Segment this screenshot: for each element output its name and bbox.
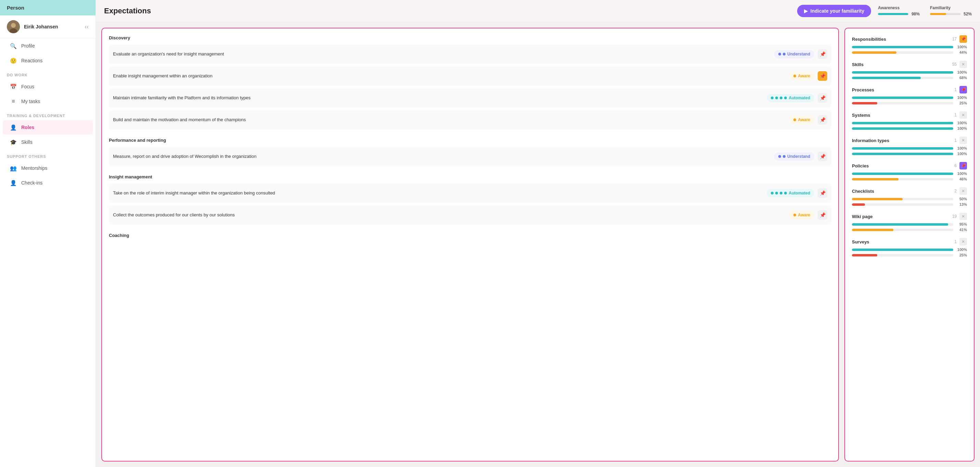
sidebar-header: Person	[0, 0, 95, 16]
pin-button[interactable]: 📌	[818, 93, 827, 103]
resource-pct: 68%	[956, 76, 967, 80]
resource-bars: 100% 46%	[852, 172, 967, 181]
badge-dot	[771, 192, 773, 194]
resource-bar	[852, 173, 953, 175]
resource-count: 6	[954, 163, 957, 168]
sidebar-item-my-tasks[interactable]: ≡ My tasks	[3, 94, 93, 108]
resource-bar	[852, 178, 953, 180]
resource-pin-button[interactable]: 📌	[959, 35, 967, 43]
resource-count: 55	[952, 62, 957, 67]
training-section-label: TRAINING & DEVELOPMENT	[0, 109, 95, 120]
resource-pin-button[interactable]: 📌	[959, 86, 967, 94]
resource-pin-button[interactable]: ✕	[959, 238, 967, 246]
resource-count: 19	[952, 214, 957, 219]
sidebar-item-focus[interactable]: 📅 Focus	[3, 79, 93, 94]
resource-bar-row: 46%	[852, 177, 967, 181]
resource-bar	[852, 229, 953, 231]
sidebar-item-label: Roles	[21, 125, 34, 130]
sidebar-item-mentorships[interactable]: 👥 Mentorships	[3, 161, 93, 175]
resource-bar	[852, 249, 953, 251]
table-row: Build and maintain the motivation and mo…	[109, 110, 831, 129]
resource-bars: 100% 100%	[852, 146, 967, 156]
resource-bar-fill	[852, 122, 953, 124]
pin-button[interactable]: 📌	[818, 115, 827, 125]
expectation-text: Measure, report on and drive adoption of…	[113, 153, 771, 160]
expectation-text: Evaluate an organization's need for insi…	[113, 51, 771, 57]
indicate-familiarity-button[interactable]: ▶ Indicate your familiarity	[797, 5, 871, 17]
familiarity-pct: 52%	[964, 12, 972, 16]
badge-label: Aware	[798, 118, 810, 122]
tasks-icon: ≡	[10, 98, 17, 105]
pin-button[interactable]: 📌	[818, 152, 827, 161]
table-row: Collect the outcomes produced for our cl…	[109, 205, 831, 225]
pin-button[interactable]: 📌	[818, 49, 827, 59]
search-icon: 🔍	[10, 42, 17, 50]
resource-bar-row: 100%	[852, 45, 967, 49]
resource-bars: 100% 100%	[852, 121, 967, 130]
sidebar-item-skills[interactable]: 🎓 Skills	[3, 135, 93, 149]
resource-pct: 100%	[956, 248, 967, 252]
resource-pin-button[interactable]: ✕	[959, 213, 967, 220]
resource-bar-row: 100%	[852, 70, 967, 74]
insight-section: Insight management Take on the role of i…	[109, 174, 831, 225]
checkins-icon: 👤	[10, 179, 17, 187]
resource-bar	[852, 127, 953, 130]
resource-bars: 100% 25%	[852, 95, 967, 105]
sidebar-support: 👥 Mentorships 👤 Check-ins	[0, 160, 95, 191]
automated-badge: Automated	[767, 189, 814, 197]
pin-button[interactable]: 📌	[818, 188, 827, 198]
topbar-metrics: Awareness 98% Familiarity 52%	[878, 5, 972, 16]
resource-bar-fill	[852, 46, 953, 48]
resource-pin-button[interactable]: ✕	[959, 111, 967, 119]
resource-bar-fill	[852, 51, 896, 54]
resource-name: Systems	[852, 113, 950, 118]
awareness-label: Awareness	[878, 5, 920, 10]
main-content: Expectations ▶ Indicate your familiarity…	[96, 0, 980, 467]
resource-pin-button[interactable]: 📌	[959, 162, 967, 170]
expectation-text: Collect the outcomes produced for our cl…	[113, 212, 786, 218]
resource-name: Responsibilities	[852, 37, 948, 42]
resource-row: Responsibilities 17 📌 100% 44%	[852, 35, 967, 54]
resource-bars: 100% 68%	[852, 70, 967, 80]
resources-list: Responsibilities 17 📌 100% 44% Skills	[852, 35, 967, 257]
resource-row: Checklists 2 ✕ 50% 13%	[852, 187, 967, 206]
pin-button[interactable]: 📌	[818, 71, 827, 81]
badge-label: Aware	[798, 74, 810, 78]
sidebar-item-label: Focus	[21, 84, 34, 89]
sidebar-item-profile[interactable]: 🔍 Profile	[3, 39, 93, 53]
sidebar-item-check-ins[interactable]: 👤 Check-ins	[3, 176, 93, 190]
sidebar-item-reactions[interactable]: 🙂 Reactions	[3, 53, 93, 68]
resource-pct: 41%	[956, 228, 967, 232]
sidebar-item-roles[interactable]: 👤 Roles	[3, 120, 93, 135]
resource-row: Processes 1 📌 100% 25%	[852, 86, 967, 105]
resource-row: Surveys 1 ✕ 100% 25%	[852, 238, 967, 257]
resource-pct: 95%	[956, 222, 967, 226]
resource-pct: 46%	[956, 177, 967, 181]
resource-bar-row: 13%	[852, 202, 967, 206]
pin-button[interactable]: 📌	[818, 210, 827, 220]
resource-bar-fill	[852, 77, 921, 79]
resource-bar-fill	[852, 147, 953, 149]
focus-icon: 📅	[10, 83, 17, 91]
resource-bar-fill	[852, 97, 953, 99]
resource-count: 2	[954, 189, 957, 194]
badge-dot	[778, 155, 781, 158]
resource-row: Wiki page 19 ✕ 95% 41%	[852, 213, 967, 232]
discovery-section: Discovery Evaluate an organization's nee…	[109, 35, 831, 129]
awareness-bar-fill	[878, 13, 908, 15]
resource-bar-fill	[852, 198, 903, 200]
resource-pin-button[interactable]: ✕	[959, 187, 967, 195]
resource-pin-button[interactable]: ✕	[959, 60, 967, 68]
table-row: Enable insight management within an orga…	[109, 67, 831, 86]
badge-dot	[783, 53, 786, 56]
resource-bar-row: 100%	[852, 172, 967, 176]
resource-pin-button[interactable]: ✕	[959, 137, 967, 144]
resource-bar	[852, 147, 953, 149]
familiarity-bar	[930, 13, 961, 15]
expectations-panel: Discovery Evaluate an organization's nee…	[101, 28, 839, 462]
sidebar-collapse-icon[interactable]: ‹‹	[84, 23, 89, 30]
svg-point-1	[11, 23, 16, 28]
roles-icon: 👤	[10, 124, 17, 131]
resource-row: Systems 1 ✕ 100% 100%	[852, 111, 967, 130]
resource-bar-row: 100%	[852, 95, 967, 100]
